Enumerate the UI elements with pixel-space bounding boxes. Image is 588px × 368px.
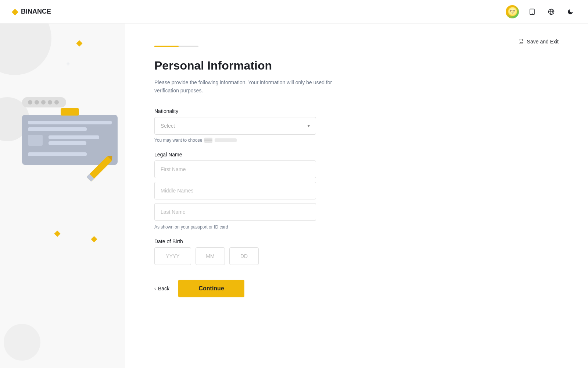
dots-bar: [22, 97, 66, 107]
continue-button[interactable]: Continue: [178, 280, 244, 297]
legal-name-label: Legal Name: [154, 152, 559, 158]
dob-day-input[interactable]: [229, 247, 259, 265]
progress-bar-fill: [154, 46, 179, 47]
deco-diamond-3: [54, 231, 61, 237]
pencil-eraser: [86, 174, 94, 181]
binance-logo-icon: ◆: [12, 7, 18, 17]
clipboard-line-1: [28, 121, 112, 124]
clipboard-line-2: [28, 127, 87, 131]
nationality-select[interactable]: Select: [154, 117, 316, 135]
dot-1: [28, 100, 32, 105]
dob-group: Date of Birth: [154, 238, 559, 265]
svg-point-1: [532, 13, 533, 14]
nationality-group: Nationality Select ▼ You may want to cho…: [154, 108, 559, 143]
dob-month-input[interactable]: [196, 247, 225, 265]
save-exit-label: Save and Exit: [527, 39, 559, 45]
deco-plus-1: +: [66, 60, 70, 68]
avatar[interactable]: 🌝: [506, 5, 519, 18]
clipboard-line-3: [49, 135, 99, 139]
dot-3: [41, 100, 46, 105]
button-row: ‹ Back Continue: [154, 280, 559, 297]
sidebar: +: [0, 24, 125, 368]
dot-4: [48, 100, 52, 105]
dot-2: [35, 100, 39, 105]
back-label: Back: [158, 286, 169, 291]
dob-year-input[interactable]: [154, 247, 191, 265]
continue-label: Continue: [198, 285, 224, 291]
dob-label: Date of Birth: [154, 238, 559, 244]
save-exit-icon: 🖫: [518, 38, 524, 45]
header: ◆ BINANCE 🌝: [0, 0, 588, 24]
clipboard-body: [22, 115, 118, 165]
hint-text-label: You may want to choose: [154, 138, 202, 143]
back-chevron-icon: ‹: [154, 286, 156, 291]
dark-mode-icon[interactable]: [564, 6, 576, 18]
page-title: Personal Information: [154, 59, 559, 72]
deco-circle-bl: [4, 324, 40, 361]
main-content: 🖫 Save and Exit Personal Information Ple…: [125, 24, 588, 368]
progress-bar: [154, 46, 198, 47]
clipboard-clip: [61, 108, 79, 116]
deco-circle-tl: [0, 24, 51, 75]
legal-name-group: Legal Name As shown on your passport or …: [154, 152, 559, 230]
deco-diamond-1: [76, 40, 83, 47]
tablet-icon[interactable]: [526, 6, 538, 18]
logo[interactable]: ◆ BINANCE: [12, 7, 51, 17]
save-exit-button[interactable]: 🖫 Save and Exit: [518, 38, 559, 45]
nationality-select-wrapper: Select ▼: [154, 117, 316, 135]
clipboard-line-4: [49, 141, 86, 145]
first-name-input[interactable]: [154, 160, 316, 178]
last-name-input[interactable]: [154, 203, 316, 221]
back-button[interactable]: ‹ Back: [154, 286, 169, 291]
logo-text: BINANCE: [21, 8, 51, 15]
illustration: [22, 97, 118, 165]
layout: +: [0, 0, 588, 368]
nationality-hint: You may want to choose: [154, 138, 559, 143]
clipboard-line-5: [28, 152, 87, 156]
blurred-text: [215, 138, 237, 142]
globe-icon[interactable]: [545, 6, 557, 18]
avatar-image: 🌝: [508, 8, 517, 16]
nationality-label: Nationality: [154, 108, 559, 114]
deco-diamond-2: [91, 236, 97, 243]
dot-5: [54, 100, 59, 105]
clipboard-box: [28, 135, 43, 146]
flag-icon: [204, 138, 212, 143]
dob-row: [154, 247, 559, 265]
legal-name-hint: As shown on your passport or ID card: [154, 224, 559, 230]
middle-name-input[interactable]: [154, 182, 316, 199]
header-actions: 🌝: [506, 5, 576, 18]
page-subtitle: Please provide the following information…: [154, 78, 338, 95]
